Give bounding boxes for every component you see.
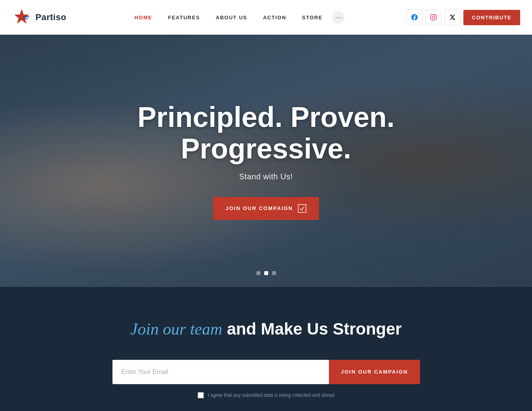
join-campaign-button[interactable]: JOIN OUR CAMPAIGN [329,360,420,384]
hero-cta-label: JOIN OUR COMPAIGN [226,205,293,211]
consent-checkbox[interactable] [198,392,204,398]
slide-dots [256,271,276,275]
nav-links: HOME FEATURES ABOUT US ACTION STORE ⋯ [128,11,345,24]
hero-title-line2: Progressive. [181,133,351,164]
slide-dot-3[interactable] [272,271,276,275]
more-icon: ⋯ [335,14,342,21]
nav-about[interactable]: ABOUT US [209,11,254,24]
instagram-button[interactable] [426,9,441,25]
nav-store[interactable]: STORE [296,11,329,24]
nav-features[interactable]: FEATURES [162,11,206,24]
nav-action[interactable]: ACTION [257,11,293,24]
hero-content: Principled. Proven. Progressive. Stand w… [129,102,402,219]
join-heading-bold: and Make Us Stronger [227,320,401,338]
lower-section: Join our team and Make Us Stronger JOIN … [0,287,532,411]
nav-home[interactable]: HOME [128,11,159,24]
svg-rect-1 [23,16,29,17]
svg-rect-2 [23,18,28,19]
hero-cta-icon [298,204,306,213]
email-form: JOIN OUR CAMPAIGN [112,360,420,384]
consent-row: I agree that any submitted data is being… [8,392,524,398]
contribute-button[interactable]: CONTRIBUTE [463,10,520,25]
hero-cta-button[interactable]: JOIN OUR COMPAIGN [213,197,319,220]
hero-title-line1: Principled. Proven. [137,101,394,133]
join-heading-cursive: Join our team [130,320,222,338]
slide-dot-1[interactable] [256,271,260,275]
nav-more-button[interactable]: ⋯ [332,11,345,24]
slide-dot-2[interactable] [264,271,268,275]
email-input[interactable] [112,360,329,384]
logo-area: Partiso [12,7,66,27]
join-heading: Join our team and Make Us Stronger [8,318,524,340]
navbar: Partiso HOME FEATURES ABOUT US ACTION ST… [0,0,532,35]
logo-icon [12,7,32,27]
hero-section: Principled. Proven. Progressive. Stand w… [0,35,532,287]
logo-text: Partiso [35,12,66,22]
twitter-button[interactable] [444,9,460,25]
hero-subtitle: Stand with Us! [137,172,394,181]
hero-title: Principled. Proven. Progressive. [137,102,394,164]
navbar-right: CONTRIBUTE [407,9,520,25]
consent-text: I agree that any submitted data is being… [208,392,334,398]
facebook-button[interactable] [407,9,422,25]
